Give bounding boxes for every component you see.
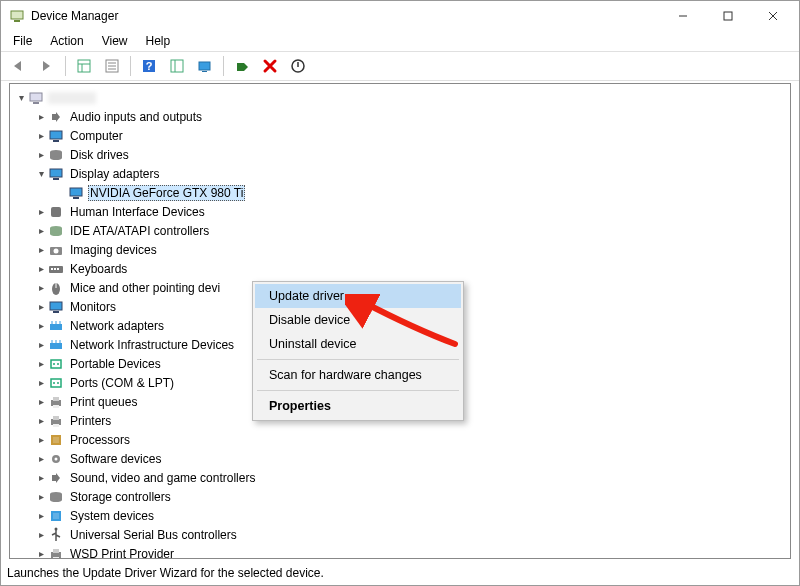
menu-view[interactable]: View [94, 33, 136, 49]
expand-icon[interactable]: ▸ [34, 472, 48, 483]
expand-icon[interactable]: ▸ [34, 263, 48, 274]
expand-icon[interactable]: ▸ [34, 358, 48, 369]
expand-icon[interactable]: ▸ [34, 320, 48, 331]
tree-item[interactable]: ▸IDE ATA/ATAPI controllers [12, 221, 788, 240]
menu-help[interactable]: Help [138, 33, 179, 49]
tree-item[interactable]: ▸Keyboards [12, 259, 788, 278]
svg-rect-1 [14, 20, 20, 22]
svg-rect-24 [50, 131, 62, 139]
properties-icon[interactable] [100, 54, 124, 78]
menu-file[interactable]: File [5, 33, 40, 49]
tree-item-label: Computer [68, 129, 125, 143]
device-category-icon [48, 489, 64, 505]
expand-icon[interactable]: ▸ [34, 282, 48, 293]
context-menu: Update driver Disable device Uninstall d… [252, 281, 464, 421]
expand-icon[interactable]: ▸ [34, 339, 48, 350]
tree-item-label: Audio inputs and outputs [68, 110, 204, 124]
device-category-icon [48, 128, 64, 144]
tree-item[interactable]: ▾Display adapters [12, 164, 788, 183]
expand-icon[interactable]: ▸ [34, 149, 48, 160]
tree-item[interactable]: ▸System devices [12, 506, 788, 525]
device-category-icon [48, 223, 64, 239]
tree-item[interactable]: ▸Software devices [12, 449, 788, 468]
ctx-separator [257, 359, 459, 360]
expand-icon[interactable]: ▸ [34, 206, 48, 217]
close-button[interactable] [750, 1, 795, 31]
device-tree-panel: ▾ ▸Audio inputs and outputs▸Computer▸Dis… [9, 83, 791, 559]
tree-item[interactable]: ▸Computer [12, 126, 788, 145]
ctx-uninstall-device[interactable]: Uninstall device [255, 332, 461, 356]
device-category-icon [68, 185, 84, 201]
expand-icon[interactable]: ▸ [34, 453, 48, 464]
tree-item[interactable]: ▸Disk drives [12, 145, 788, 164]
tree-item-label: IDE ATA/ATAPI controllers [68, 224, 211, 238]
svg-rect-55 [51, 360, 61, 368]
expand-icon[interactable]: ▸ [34, 377, 48, 388]
tree-item-label: Printers [68, 414, 113, 428]
svg-rect-76 [53, 513, 59, 519]
tree-item-label: Network Infrastructure Devices [68, 338, 236, 352]
tree-item[interactable]: ▸Storage controllers [12, 487, 788, 506]
tree-item[interactable]: NVIDIA GeForce GTX 980 Ti [12, 183, 788, 202]
svg-rect-79 [53, 549, 59, 553]
expand-icon[interactable]: ▸ [34, 548, 48, 559]
uninstall-device-icon[interactable] [258, 54, 282, 78]
device-category-icon [48, 356, 64, 372]
svg-rect-45 [50, 302, 62, 310]
svg-rect-42 [57, 268, 59, 270]
svg-rect-31 [70, 188, 82, 196]
expand-icon[interactable]: ▸ [34, 529, 48, 540]
tree-item[interactable]: ▸Imaging devices [12, 240, 788, 259]
collapse-icon[interactable]: ▾ [34, 168, 48, 179]
help-icon[interactable]: ? [137, 54, 161, 78]
update-driver-icon[interactable] [230, 54, 254, 78]
expand-icon[interactable]: ▸ [34, 415, 48, 426]
svg-text:?: ? [146, 60, 153, 72]
app-icon [9, 8, 25, 24]
device-category-icon [48, 337, 64, 353]
expand-icon[interactable]: ▸ [34, 491, 48, 502]
menu-action[interactable]: Action [42, 33, 91, 49]
expand-icon[interactable]: ▸ [34, 244, 48, 255]
expander-icon[interactable]: ▾ [14, 92, 28, 103]
device-category-icon [48, 451, 64, 467]
ctx-properties[interactable]: Properties [255, 394, 461, 418]
back-button[interactable] [7, 54, 31, 78]
svg-rect-46 [53, 311, 59, 313]
show-hidden-icon[interactable] [165, 54, 189, 78]
tree-item[interactable]: ▸Universal Serial Bus controllers [12, 525, 788, 544]
expand-icon[interactable]: ▸ [34, 301, 48, 312]
scan-hardware-icon[interactable] [193, 54, 217, 78]
forward-button[interactable] [35, 54, 59, 78]
expand-icon[interactable]: ▸ [34, 225, 48, 236]
console-tree-icon[interactable] [72, 54, 96, 78]
titlebar: Device Manager [1, 1, 799, 31]
maximize-button[interactable] [705, 1, 750, 31]
expand-icon[interactable]: ▸ [34, 510, 48, 521]
tree-item[interactable]: ▸Processors [12, 430, 788, 449]
svg-rect-18 [202, 71, 207, 72]
computer-icon [28, 90, 44, 106]
tree-item[interactable]: ▸WSD Print Provider [12, 544, 788, 559]
disable-device-icon[interactable] [286, 54, 310, 78]
tree-root[interactable]: ▾ [12, 88, 788, 107]
ctx-scan-hardware[interactable]: Scan for hardware changes [255, 363, 461, 387]
tree-item-label: Mice and other pointing devi [68, 281, 222, 295]
menubar: File Action View Help [1, 31, 799, 51]
tree-item[interactable]: ▸Sound, video and game controllers [12, 468, 788, 487]
svg-rect-63 [53, 405, 59, 408]
ctx-update-driver[interactable]: Update driver [255, 284, 461, 308]
minimize-button[interactable] [660, 1, 705, 31]
tree-item-label: Portable Devices [68, 357, 163, 371]
expand-icon[interactable]: ▸ [34, 396, 48, 407]
expand-icon[interactable]: ▸ [34, 434, 48, 445]
expand-icon[interactable]: ▸ [34, 130, 48, 141]
expand-icon[interactable]: ▸ [34, 111, 48, 122]
tree-item[interactable]: ▸Audio inputs and outputs [12, 107, 788, 126]
tree-item-label: Disk drives [68, 148, 131, 162]
tree-item-label: Human Interface Devices [68, 205, 207, 219]
svg-rect-40 [51, 268, 53, 270]
svg-rect-21 [30, 93, 42, 101]
ctx-disable-device[interactable]: Disable device [255, 308, 461, 332]
tree-item[interactable]: ▸Human Interface Devices [12, 202, 788, 221]
